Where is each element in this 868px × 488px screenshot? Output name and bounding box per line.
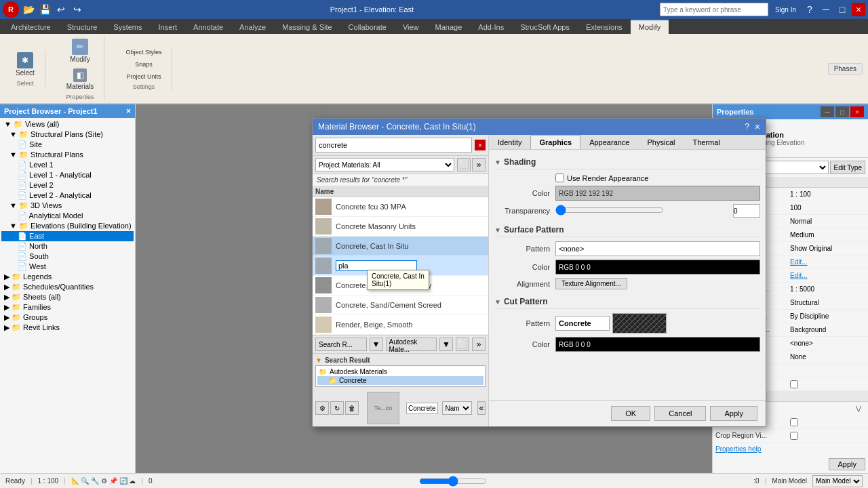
quick-access-save[interactable]: 💾 [38,3,52,16]
tab-strucsoft[interactable]: StrucSoft Apps [512,19,578,34]
mat-view-btn[interactable]: ⬜ [456,338,469,351]
project-browser-close[interactable]: × [126,106,131,116]
revit-search-input[interactable] [660,3,768,16]
material-browser-dialog[interactable]: Material Browser - Concrete, Cast In Sit… [312,118,766,427]
ok-button[interactable]: OK [611,406,650,421]
tree-west[interactable]: 📄 West [1,262,134,272]
tab-structure[interactable]: Structure [59,19,106,34]
quick-access-open[interactable]: 📂 [22,3,35,16]
transparency-value-input[interactable] [733,204,760,218]
prop-crop-region-checkbox[interactable] [790,432,798,440]
materials-button[interactable]: ◧ Materials [62,66,99,92]
mat-item-5[interactable]: Concrete, Sand/Cement Screed [313,296,488,315]
use-render-checkbox[interactable] [555,174,564,182]
tab-physical[interactable]: Physical [638,135,684,149]
tab-insert[interactable]: Insert [151,19,186,34]
tree-families[interactable]: ▶ 📁 Families [1,302,134,312]
mat-item-2[interactable]: Concrete, Cast In Situ [313,237,488,256]
tree-structural-plans-site[interactable]: ▼ 📁 Structural Plans (Site) [1,129,134,140]
filter-more-btn[interactable]: » [472,158,486,171]
select-button[interactable]: ✱ Select [11,50,39,79]
properties-apply-button[interactable]: Apply [829,458,865,470]
tree-views-all[interactable]: ▼ 📁 Views (all) [1,119,134,129]
tree-site[interactable]: 📄 Site [1,140,134,150]
tab-modify[interactable]: Modify [631,19,669,34]
search-arrow-btn[interactable]: ▼ [370,338,383,351]
tab-thermal[interactable]: Thermal [684,135,728,149]
tree-3d-views[interactable]: ▼ 📁 3D Views [1,201,134,211]
mat-name-edit-input[interactable] [336,260,417,271]
apply-button[interactable]: Apply [710,406,757,421]
tree-south[interactable]: 📄 South [1,251,134,262]
tree-level2[interactable]: 📄 Level 2 [1,180,134,190]
minimize-button[interactable]: ─ [819,3,833,16]
properties-maximize-btn[interactable]: □ [835,106,849,117]
surface-color-swatch[interactable]: RGB 0 0 0 [555,260,760,274]
tree-sheets[interactable]: ▶ 📁 Sheets (all) [1,292,134,302]
tree-schedules[interactable]: ▶ 📁 Schedules/Quantities [1,282,134,292]
model-selector[interactable]: Main Model [812,475,863,487]
tab-systems[interactable]: Systems [105,19,150,34]
material-search-input[interactable] [315,138,472,152]
shading-section-header[interactable]: ▼ Shading [494,155,760,169]
mat-item-1[interactable]: Concrete Masonry Units [313,217,488,237]
mat-item-6[interactable]: Render, Beige, Smooth [313,315,488,335]
shading-color-swatch[interactable]: RGB 192 192 192 [555,186,760,201]
tab-manage[interactable]: Manage [427,19,471,34]
close-button[interactable]: × [852,3,865,16]
filter-toggle-btn[interactable]: ⬜ [457,158,471,171]
properties-close-btn[interactable]: × [850,106,864,117]
mat-item-0[interactable]: Concrete fcu 30 MPA [313,197,488,217]
autodesk-mat-btn[interactable]: Autodesk Mate... [386,338,437,351]
tab-addins[interactable]: Add-Ins [470,19,512,34]
cut-color-swatch[interactable]: RGB 0 0 0 [555,337,760,352]
project-units-button[interactable]: Project Units [121,71,165,82]
tree-structural-plans[interactable]: ▼ 📁 Structural Plans [1,150,134,160]
mat-action-btn-1[interactable]: ⚙ [315,401,329,415]
tree-level1-analytical[interactable]: 📄 Level 1 - Analytical [1,170,134,180]
cancel-button[interactable]: Cancel [654,406,706,421]
tab-massing[interactable]: Massing & Site [274,19,340,34]
mat-action-btn-3[interactable]: 🗑 [345,401,359,415]
extents-expand-btn[interactable]: ⋁ [854,405,863,412]
prop-crop-view-checkbox[interactable] [790,418,798,426]
tab-annotate[interactable]: Annotate [185,19,231,34]
texture-alignment-btn[interactable]: Texture Alignment... [555,278,627,289]
view-scale-slider[interactable] [419,476,487,487]
phases-button[interactable]: Phases [828,63,863,75]
dialog-close-button[interactable]: × [755,121,760,132]
object-styles-button[interactable]: Object Styles [121,47,166,58]
properties-help-link[interactable]: Properties help [713,443,868,455]
dialog-help-button[interactable]: ? [745,122,749,131]
tree-elevations[interactable]: ▼ 📁 Elevations (Building Elevation) [1,221,134,231]
quick-access-redo[interactable]: ↪ [71,3,84,16]
prop-graphic-displa-btn[interactable]: Edit... [790,272,865,279]
tree-groups[interactable]: ▶ 📁 Groups [1,312,134,323]
mat-action-btn-2[interactable]: ↻ [330,401,344,415]
edit-type-button[interactable]: Edit Type [830,161,865,174]
tree-analytical-model[interactable]: 📄 Analytical Model [1,211,134,221]
tree-level2-analytical[interactable]: 📄 Level 2 - Analytical [1,190,134,201]
transparency-slider[interactable] [555,205,664,216]
search-clear-button[interactable]: × [475,140,486,150]
tab-appearance[interactable]: Appearance [580,135,638,149]
tab-identity[interactable]: Identity [489,135,530,149]
cut-pattern-swatch[interactable]: Concrete [555,316,610,331]
mat-item-3[interactable]: Concrete, Cast In Situ(1) [313,256,488,276]
concrete-tree-item[interactable]: 📁 Concrete [317,376,484,385]
maximize-button[interactable]: □ [835,3,849,16]
prop-vis-graph-btn[interactable]: Edit... [790,258,865,266]
tab-graphics[interactable]: Graphics [530,135,580,149]
snaps-button[interactable]: Snaps [130,59,157,70]
autodesk-arrow-btn[interactable]: ▼ [439,338,453,351]
help-button[interactable]: ? [803,3,816,16]
tree-revit-links[interactable]: ▶ 📁 Revit Links [1,323,134,333]
tree-north[interactable]: 📄 North [1,241,134,251]
surface-pattern-swatch[interactable]: <none> [555,241,760,256]
tab-extensions[interactable]: Extensions [578,19,631,34]
properties-minimize-btn[interactable]: ─ [821,106,834,117]
modify-button[interactable]: ✏ Modify [65,37,94,65]
tab-architecture[interactable]: Architecture [3,19,59,34]
autodesk-materials-tree-item[interactable]: 📁 Autodesk Materials [317,367,484,376]
project-materials-filter[interactable]: Project Materials: All [315,158,454,171]
